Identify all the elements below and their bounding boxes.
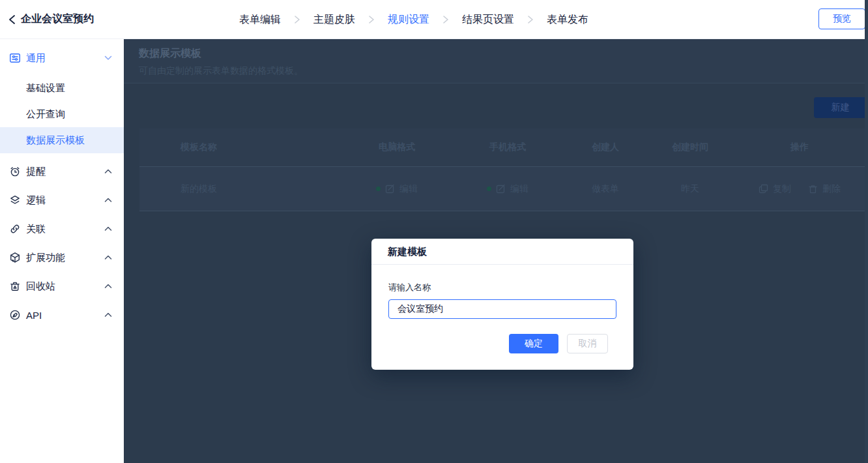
sidebar-group-label: 回收站 [26,280,104,293]
mobile-edit-button[interactable]: 编辑 [487,183,528,195]
sidebar-group-label: 通用 [26,52,104,65]
edit-icon [496,184,506,194]
sidebar-group-label: API [26,310,104,321]
sidebar-group-label: 关联 [26,223,104,235]
sidebar: 通用 基础设置 公开查询 数据展示模板 提醒 [0,39,124,463]
edit-icon [385,184,395,194]
pen-circle-icon [9,309,21,321]
form-title: 企业会议室预约 [21,12,94,26]
layers-icon [9,194,21,206]
step-form-edit[interactable]: 表单编辑 [239,13,281,27]
back-button[interactable] [5,13,18,26]
step-rule-settings[interactable]: 规则设置 [388,13,429,27]
actions-cell: 复制 删除 [732,183,867,195]
sidebar-group-extensions[interactable]: 扩展功能 [0,243,124,272]
column-header-creator: 创建人 [563,142,648,153]
copy-icon [759,184,768,194]
new-template-button[interactable]: 新建 [814,97,867,118]
edit-label: 编辑 [510,183,528,195]
status-dot-green [376,187,381,191]
copy-label: 复制 [773,183,791,195]
template-table: 模板名称 电脑格式 手机格式 创建人 创建时间 操作 新的模板 [139,128,867,211]
chevron-right-icon [527,15,534,24]
sidebar-item-public-query[interactable]: 公开查询 [0,101,124,127]
new-template-modal: 新建模板 请输入名称 确定 取消 [371,239,633,370]
settings-card-icon [9,52,21,64]
name-input-label: 请输入名称 [388,282,616,293]
preview-button[interactable]: 预览 [818,8,865,29]
delete-button[interactable]: 删除 [808,183,841,195]
sidebar-group-association[interactable]: 关联 [0,215,124,243]
column-header-template-name: 模板名称 [139,142,341,153]
status-dot-green [487,187,491,191]
chevron-up-icon [104,226,112,232]
sidebar-group-logic[interactable]: 逻辑 [0,186,124,215]
page-title: 数据展示模板 [139,47,868,61]
modal-footer: 确定 取消 [388,334,616,353]
confirm-button[interactable]: 确定 [509,334,558,353]
cube-plus-icon [9,252,21,263]
sidebar-group-general[interactable]: 通用 [0,45,124,71]
alarm-icon [9,166,21,177]
modal-title: 新建模板 [388,246,427,257]
copy-button[interactable]: 复制 [759,183,791,195]
sidebar-groups: 提醒 逻辑 [0,157,124,329]
link-icon [9,223,21,235]
chevron-up-icon [104,169,112,174]
sidebar-sublist: 基础设置 公开查询 数据展示模板 [0,75,124,153]
sidebar-group-recycle-bin[interactable]: 回收站 [0,272,124,301]
step-nav: 表单编辑 主题皮肤 规则设置 结果页设置 表单发布 [239,0,588,39]
template-name-cell: 新的模板 [139,183,341,195]
page-subtitle: 可自由定制的展示表单数据的格式模板。 [139,65,868,77]
app-window: 企业会议室预约 表单编辑 主题皮肤 规则设置 结果页设置 表单发布 预览 [0,0,868,463]
trash-icon [808,184,818,194]
sidebar-item-basic-settings[interactable]: 基础设置 [0,75,124,101]
chevron-up-icon [104,284,112,289]
sidebar-group-label: 提醒 [26,166,104,178]
chevron-up-icon [104,312,112,318]
column-header-mobile-format: 手机格式 [452,142,563,153]
chevron-right-icon [368,15,375,24]
created-time-cell: 昨天 [648,183,732,195]
chevron-up-icon [104,198,112,203]
step-form-publish[interactable]: 表单发布 [547,13,588,27]
cancel-button[interactable]: 取消 [567,334,608,353]
step-result-page[interactable]: 结果页设置 [462,13,514,27]
mobile-format-cell: 编辑 [452,183,563,195]
page-header: 数据展示模板 可自由定制的展示表单数据的格式模板。 [124,39,868,83]
chevron-right-icon [442,15,449,24]
column-header-actions: 操作 [732,142,867,153]
top-bar: 企业会议室预约 表单编辑 主题皮肤 规则设置 结果页设置 表单发布 预览 [0,0,868,39]
creator-cell: 做表单 [563,183,648,195]
modal-body: 请输入名称 确定 取消 [371,282,633,353]
pc-edit-button[interactable]: 编辑 [376,183,418,195]
column-header-created-time: 创建时间 [648,142,732,153]
chevron-up-icon [104,255,112,260]
table-row: 新的模板 编辑 [139,167,867,211]
sidebar-group-reminder[interactable]: 提醒 [0,157,124,186]
sidebar-item-data-display-template[interactable]: 数据展示模板 [0,127,124,153]
trash-icon [9,280,21,292]
chevron-left-icon [8,14,16,25]
step-theme-skin[interactable]: 主题皮肤 [313,13,355,27]
chevron-down-icon [104,55,112,61]
delete-label: 删除 [822,183,841,195]
scrollbar-gutter [865,0,868,463]
edit-label: 编辑 [399,183,418,195]
table-header-row: 模板名称 电脑格式 手机格式 创建人 创建时间 操作 [139,128,867,167]
sidebar-group-api[interactable]: API [0,301,124,329]
column-header-pc-format: 电脑格式 [341,142,452,153]
modal-title-bar: 新建模板 [371,239,633,265]
sidebar-group-label: 扩展功能 [26,252,104,264]
pc-format-cell: 编辑 [341,183,452,195]
template-name-input[interactable] [388,299,616,319]
chevron-right-icon [294,15,300,24]
sidebar-group-label: 逻辑 [26,194,104,207]
